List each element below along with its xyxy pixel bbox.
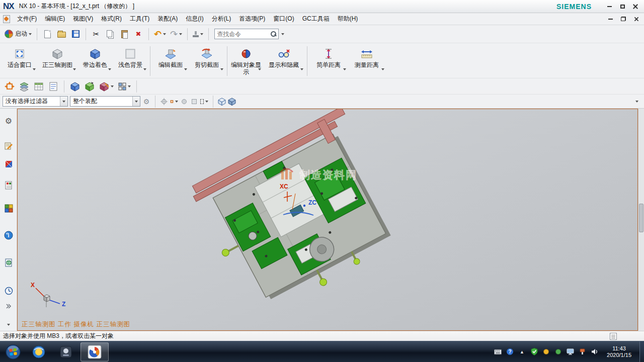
touch-keyboard-icon[interactable] (494, 348, 502, 355)
graphics-viewport[interactable]: XC ZC X Z (17, 109, 638, 331)
constraint-navigator-button[interactable] (4, 159, 14, 169)
command-finder-input[interactable] (215, 31, 271, 38)
shaded-with-edges-button[interactable]: 带边着色 (77, 44, 113, 78)
menu-analysis[interactable]: 分析(L) (208, 13, 235, 25)
vertical-scrollbar[interactable] (638, 109, 644, 331)
status-yellow-icon[interactable] (542, 348, 550, 355)
selection-scope-combo[interactable]: 整个装配 (70, 96, 140, 107)
redo-button[interactable]: ↷ (169, 28, 184, 41)
show-desktop-button[interactable] (639, 341, 644, 362)
menu-help[interactable]: 帮助(H) (334, 13, 362, 25)
menu-information[interactable]: 信息(I) (182, 13, 207, 25)
display-tray-icon[interactable] (567, 348, 574, 355)
rectangle-select-button[interactable] (200, 98, 208, 106)
taskbar-app2-button[interactable] (53, 342, 78, 361)
shaded-cube-icon (89, 46, 101, 61)
snap-midpoint-button[interactable] (180, 98, 188, 106)
resourcebar-expand-chevron[interactable] (4, 302, 14, 312)
chevron-down-icon (7, 324, 10, 326)
grid-options-button[interactable] (117, 80, 132, 93)
combo-dropdown-button[interactable] (132, 97, 140, 106)
taskbar-clock[interactable]: 11:43 2020/1/15 (603, 345, 635, 358)
repeat-command-button[interactable] (191, 28, 205, 41)
antivirus-shield-icon[interactable] (530, 348, 538, 355)
isometric-view-button[interactable]: 正三轴测图 (37, 44, 77, 78)
volume-tray-icon[interactable] (591, 348, 598, 355)
help-tray-icon[interactable]: ? (506, 348, 514, 355)
clip-section-button[interactable]: 剪切截面 (189, 44, 225, 78)
minimize-button[interactable] (604, 2, 615, 11)
layers-button[interactable] (18, 80, 31, 93)
view-cube-blue-button[interactable] (68, 80, 82, 93)
assembly-navigator-button[interactable] (4, 141, 14, 151)
selection-filter-combo[interactable]: 没有选择过滤器 (3, 96, 68, 107)
move-component-button[interactable] (3, 80, 16, 93)
menu-file[interactable]: 文件(F) (13, 13, 41, 25)
save-button[interactable] (69, 28, 82, 41)
spreadsheet-button[interactable] (32, 80, 45, 93)
start-menu-button[interactable]: 启动 (3, 28, 33, 41)
delete-button[interactable]: ✖ (132, 28, 145, 41)
resourcebar-more-button[interactable] (4, 320, 14, 330)
hidden-icons-button[interactable]: ▲ (518, 348, 526, 355)
child-minimize-button[interactable] (605, 15, 616, 23)
menu-tools[interactable]: 工具(T) (126, 13, 153, 25)
cut-button[interactable]: ✂ (90, 28, 103, 41)
simple-distance-button[interactable]: 简单距离 (309, 44, 348, 78)
menu-edit[interactable]: 编辑(E) (41, 13, 69, 25)
combo-dropdown-button[interactable] (60, 97, 67, 106)
device-tray-icon[interactable] (579, 348, 586, 355)
hd3d-tools-button[interactable]: i (4, 230, 14, 240)
close-button[interactable] (630, 2, 641, 11)
undo-button[interactable]: ↶ (152, 28, 168, 41)
taskbar-browser-button[interactable] (26, 342, 51, 361)
view-cube-edit-button[interactable] (98, 80, 115, 93)
paste-button[interactable] (118, 28, 131, 41)
history-button[interactable] (4, 286, 14, 296)
copy-button[interactable] (104, 28, 117, 41)
maximize-button[interactable] (617, 2, 628, 11)
edit-object-display-button[interactable]: 编辑对象显示 (229, 44, 263, 78)
menu-format[interactable]: 格式(R) (97, 13, 126, 25)
scrollbar-thumb[interactable] (639, 204, 643, 232)
highlight-solid-button[interactable] (218, 98, 226, 106)
menu-preferences[interactable]: 首选项(P) (235, 13, 269, 25)
menu-gc-toolbox[interactable]: GC工具箱 (298, 13, 334, 25)
edit-section-button[interactable]: 编辑截面 (152, 44, 189, 78)
button-label: 测量距离 (355, 61, 379, 68)
info-sphere-icon: i (4, 231, 13, 240)
measure-distance-button[interactable]: 测量距离 (348, 44, 386, 78)
menu-assemblies[interactable]: 装配(A) (153, 13, 182, 25)
light-background-button[interactable]: 浅色背景 (113, 44, 148, 78)
customize-gear-button[interactable]: ⚙ (4, 116, 14, 126)
highlight-shaded-button[interactable] (228, 98, 236, 106)
menu-window[interactable]: 窗口(O) (269, 13, 298, 25)
child-close-button[interactable] (631, 15, 642, 23)
command-finder[interactable] (214, 29, 279, 39)
web-browser-button[interactable] (4, 257, 14, 267)
menu-view[interactable]: 视图(V) (69, 13, 97, 25)
triad-z-label: Z (62, 301, 65, 308)
taskbar-nx-button[interactable] (80, 342, 109, 361)
document-window-icon[interactable] (3, 15, 10, 23)
snap-point-button[interactable] (160, 98, 168, 106)
view-cube-green-button[interactable] (83, 80, 96, 93)
status-green-icon[interactable] (554, 348, 562, 355)
chevron-down-icon[interactable] (281, 33, 284, 35)
show-hide-button[interactable]: 显示和隐藏 (263, 44, 305, 78)
snap-center-button[interactable] (190, 98, 198, 106)
part-navigator-button[interactable] (4, 180, 14, 190)
snap-endpoint-button[interactable] (170, 98, 178, 106)
open-file-button[interactable] (55, 28, 68, 41)
cube-outline-icon (218, 98, 226, 106)
fit-window-button[interactable]: 适合窗口 (2, 44, 37, 78)
reuse-library-button[interactable] (4, 203, 14, 213)
status-note-icon[interactable] (610, 333, 617, 340)
new-file-button[interactable] (41, 28, 54, 41)
snap-settings-button[interactable]: ⚙ (142, 98, 150, 106)
child-restore-button[interactable] (618, 15, 629, 23)
start-button[interactable] (2, 342, 24, 361)
document-lines-button[interactable] (47, 80, 60, 93)
light-background-icon (124, 46, 136, 61)
toolbar-overflow-button[interactable] (635, 101, 638, 103)
